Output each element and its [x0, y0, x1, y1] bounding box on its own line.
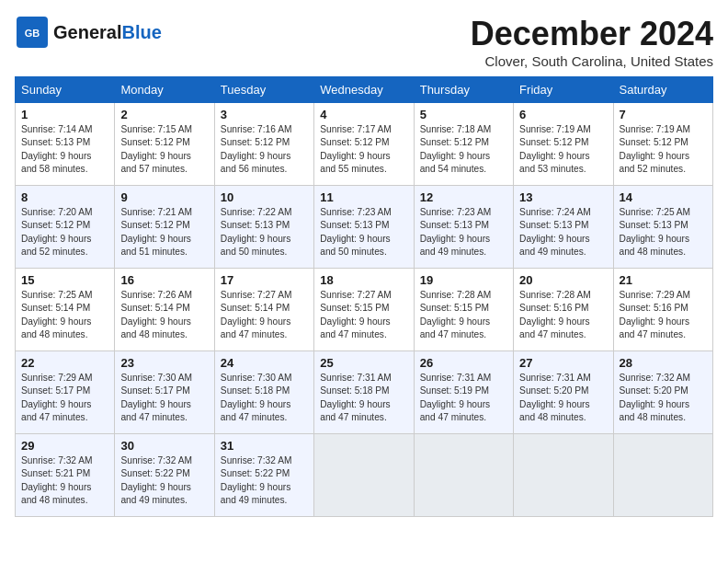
calendar-cell: 22Sunrise: 7:29 AM Sunset: 5:17 PM Dayli…: [16, 351, 115, 434]
calendar-week-row: 29Sunrise: 7:32 AM Sunset: 5:21 PM Dayli…: [16, 434, 713, 517]
day-info: Sunrise: 7:30 AM Sunset: 5:18 PM Dayligh…: [221, 372, 308, 424]
day-info: Sunrise: 7:31 AM Sunset: 5:18 PM Dayligh…: [320, 372, 407, 424]
calendar-cell: 3Sunrise: 7:16 AM Sunset: 5:12 PM Daylig…: [214, 103, 313, 186]
logo: GB GeneralBlue: [15, 15, 162, 50]
calendar-cell: 9Sunrise: 7:21 AM Sunset: 5:12 PM Daylig…: [115, 186, 214, 269]
day-info: Sunrise: 7:25 AM Sunset: 5:14 PM Dayligh…: [21, 289, 108, 341]
day-info: Sunrise: 7:21 AM Sunset: 5:12 PM Dayligh…: [120, 206, 208, 259]
day-number: 20: [519, 273, 607, 287]
calendar-cell: 28Sunrise: 7:32 AM Sunset: 5:20 PM Dayli…: [613, 351, 712, 434]
day-number: 1: [21, 108, 108, 121]
calendar: SundayMondayTuesdayWednesdayThursdayFrid…: [15, 76, 713, 517]
day-info: Sunrise: 7:20 AM Sunset: 5:12 PM Dayligh…: [21, 206, 108, 259]
day-number: 29: [21, 439, 108, 453]
location: Clover, South Carolina, United States: [471, 53, 713, 69]
day-number: 30: [120, 439, 208, 453]
day-info: Sunrise: 7:23 AM Sunset: 5:13 PM Dayligh…: [320, 206, 407, 259]
day-info: Sunrise: 7:19 AM Sunset: 5:12 PM Dayligh…: [519, 123, 607, 176]
day-number: 2: [120, 108, 208, 121]
weekday-header: Wednesday: [314, 77, 414, 103]
weekday-header-row: SundayMondayTuesdayWednesdayThursdayFrid…: [16, 77, 713, 103]
logo-blue: Blue: [121, 22, 161, 42]
weekday-header: Tuesday: [214, 77, 313, 103]
calendar-cell: 31Sunrise: 7:32 AM Sunset: 5:22 PM Dayli…: [214, 434, 313, 517]
calendar-week-row: 8Sunrise: 7:20 AM Sunset: 5:12 PM Daylig…: [16, 186, 713, 269]
month-title: December 2024: [471, 15, 713, 53]
weekday-header: Thursday: [414, 77, 513, 103]
header: GB GeneralBlue December 2024 Clover, Sou…: [15, 15, 713, 69]
calendar-week-row: 22Sunrise: 7:29 AM Sunset: 5:17 PM Dayli…: [16, 351, 713, 434]
day-number: 7: [620, 108, 707, 121]
calendar-cell: 1Sunrise: 7:14 AM Sunset: 5:13 PM Daylig…: [16, 103, 115, 186]
calendar-cell: 17Sunrise: 7:27 AM Sunset: 5:14 PM Dayli…: [214, 269, 313, 351]
weekday-header: Sunday: [16, 77, 115, 103]
day-number: 13: [519, 190, 607, 204]
day-info: Sunrise: 7:25 AM Sunset: 5:13 PM Dayligh…: [620, 206, 707, 259]
calendar-cell: 26Sunrise: 7:31 AM Sunset: 5:19 PM Dayli…: [414, 351, 513, 434]
calendar-cell: 24Sunrise: 7:30 AM Sunset: 5:18 PM Dayli…: [214, 351, 313, 434]
day-info: Sunrise: 7:27 AM Sunset: 5:15 PM Dayligh…: [320, 289, 407, 341]
calendar-week-row: 1Sunrise: 7:14 AM Sunset: 5:13 PM Daylig…: [16, 103, 713, 186]
day-number: 12: [420, 190, 507, 204]
calendar-week-row: 15Sunrise: 7:25 AM Sunset: 5:14 PM Dayli…: [16, 269, 713, 351]
day-number: 26: [420, 356, 507, 370]
day-info: Sunrise: 7:31 AM Sunset: 5:20 PM Dayligh…: [519, 372, 607, 424]
calendar-cell: 8Sunrise: 7:20 AM Sunset: 5:12 PM Daylig…: [16, 186, 115, 269]
day-info: Sunrise: 7:23 AM Sunset: 5:13 PM Dayligh…: [420, 206, 507, 259]
day-info: Sunrise: 7:32 AM Sunset: 5:22 PM Dayligh…: [120, 454, 208, 507]
day-info: Sunrise: 7:29 AM Sunset: 5:17 PM Dayligh…: [21, 372, 108, 424]
day-number: 6: [519, 108, 607, 121]
calendar-cell: 12Sunrise: 7:23 AM Sunset: 5:13 PM Dayli…: [414, 186, 513, 269]
day-info: Sunrise: 7:28 AM Sunset: 5:16 PM Dayligh…: [519, 289, 607, 341]
day-info: Sunrise: 7:14 AM Sunset: 5:13 PM Dayligh…: [21, 123, 108, 176]
calendar-cell: 27Sunrise: 7:31 AM Sunset: 5:20 PM Dayli…: [514, 351, 613, 434]
logo-general: General: [53, 22, 121, 42]
day-number: 10: [221, 190, 308, 204]
day-info: Sunrise: 7:28 AM Sunset: 5:15 PM Dayligh…: [420, 289, 507, 341]
svg-text:GB: GB: [25, 28, 40, 39]
day-number: 14: [620, 190, 707, 204]
calendar-cell: 18Sunrise: 7:27 AM Sunset: 5:15 PM Dayli…: [314, 269, 414, 351]
day-info: Sunrise: 7:16 AM Sunset: 5:12 PM Dayligh…: [221, 123, 308, 176]
day-number: 3: [221, 108, 308, 121]
day-info: Sunrise: 7:32 AM Sunset: 5:20 PM Dayligh…: [620, 372, 707, 424]
weekday-header: Friday: [514, 77, 613, 103]
calendar-cell: 2Sunrise: 7:15 AM Sunset: 5:12 PM Daylig…: [115, 103, 214, 186]
day-info: Sunrise: 7:15 AM Sunset: 5:12 PM Dayligh…: [120, 123, 208, 176]
day-info: Sunrise: 7:27 AM Sunset: 5:14 PM Dayligh…: [221, 289, 308, 341]
calendar-cell: 13Sunrise: 7:24 AM Sunset: 5:13 PM Dayli…: [514, 186, 613, 269]
day-info: Sunrise: 7:19 AM Sunset: 5:12 PM Dayligh…: [620, 123, 707, 176]
calendar-cell: [414, 434, 513, 517]
day-info: Sunrise: 7:32 AM Sunset: 5:22 PM Dayligh…: [221, 454, 308, 507]
calendar-cell: 25Sunrise: 7:31 AM Sunset: 5:18 PM Dayli…: [314, 351, 414, 434]
day-info: Sunrise: 7:22 AM Sunset: 5:13 PM Dayligh…: [221, 206, 308, 259]
calendar-cell: 21Sunrise: 7:29 AM Sunset: 5:16 PM Dayli…: [613, 269, 712, 351]
weekday-header: Saturday: [613, 77, 712, 103]
calendar-cell: 15Sunrise: 7:25 AM Sunset: 5:14 PM Dayli…: [16, 269, 115, 351]
day-number: 27: [519, 356, 607, 370]
day-info: Sunrise: 7:17 AM Sunset: 5:12 PM Dayligh…: [320, 123, 407, 176]
day-number: 25: [320, 356, 407, 370]
day-info: Sunrise: 7:30 AM Sunset: 5:17 PM Dayligh…: [120, 372, 208, 424]
calendar-cell: 16Sunrise: 7:26 AM Sunset: 5:14 PM Dayli…: [115, 269, 214, 351]
day-info: Sunrise: 7:18 AM Sunset: 5:12 PM Dayligh…: [420, 123, 507, 176]
day-number: 17: [221, 273, 308, 287]
day-number: 9: [120, 190, 208, 204]
day-number: 21: [620, 273, 707, 287]
calendar-cell: 14Sunrise: 7:25 AM Sunset: 5:13 PM Dayli…: [613, 186, 712, 269]
day-number: 31: [221, 439, 308, 453]
calendar-cell: 11Sunrise: 7:23 AM Sunset: 5:13 PM Dayli…: [314, 186, 414, 269]
calendar-cell: 23Sunrise: 7:30 AM Sunset: 5:17 PM Dayli…: [115, 351, 214, 434]
day-number: 16: [120, 273, 208, 287]
calendar-cell: 5Sunrise: 7:18 AM Sunset: 5:12 PM Daylig…: [414, 103, 513, 186]
calendar-cell: 29Sunrise: 7:32 AM Sunset: 5:21 PM Dayli…: [16, 434, 115, 517]
day-info: Sunrise: 7:26 AM Sunset: 5:14 PM Dayligh…: [120, 289, 208, 341]
day-number: 18: [320, 273, 407, 287]
day-number: 11: [320, 190, 407, 204]
calendar-cell: 30Sunrise: 7:32 AM Sunset: 5:22 PM Dayli…: [115, 434, 214, 517]
day-info: Sunrise: 7:29 AM Sunset: 5:16 PM Dayligh…: [620, 289, 707, 341]
day-number: 22: [21, 356, 108, 370]
calendar-cell: 7Sunrise: 7:19 AM Sunset: 5:12 PM Daylig…: [613, 103, 712, 186]
day-number: 8: [21, 190, 108, 204]
calendar-cell: 4Sunrise: 7:17 AM Sunset: 5:12 PM Daylig…: [314, 103, 414, 186]
